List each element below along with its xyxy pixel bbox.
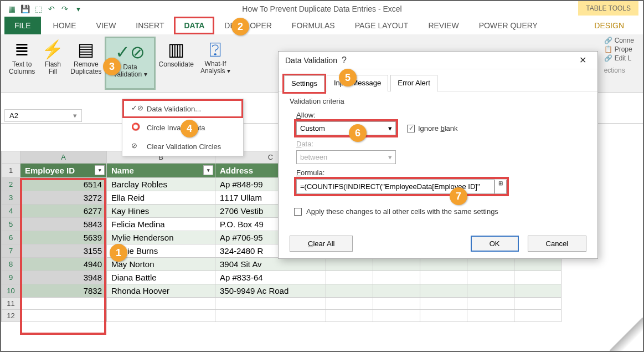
empty-cell[interactable] [20,298,107,310]
empty-cell[interactable] [467,298,514,310]
range-selector-button[interactable]: ⊞ [494,180,507,194]
empty-cell[interactable] [514,271,561,284]
cell-name[interactable]: Felicia Medina [107,218,215,231]
tab-design[interactable]: DESIGN [584,17,634,34]
row-header-7[interactable]: 7 [2,244,20,258]
cell-id[interactable]: 3948 [20,271,107,284]
undo-icon[interactable]: ↶ [47,4,56,14]
cell-id[interactable]: 6277 [20,205,107,218]
empty-cell[interactable] [420,258,467,271]
filter-button[interactable]: ▾ [95,165,105,175]
edit-links-link[interactable]: 🔗 Edit L [604,54,634,62]
properties-link[interactable]: 📋 Prope [604,45,634,53]
row-header-2[interactable]: 2 [2,178,20,191]
row-header-10[interactable]: 10 [2,284,20,298]
row-header-8[interactable]: 8 [2,258,20,271]
cell-name[interactable]: Mylie Henderson [107,231,215,244]
empty-cell[interactable] [467,310,514,322]
dialog-tab-error-alert[interactable]: Error Alert [390,75,437,91]
dialog-tab-settings[interactable]: Settings [284,75,324,92]
cell-name[interactable]: Barclay Robles [107,178,215,191]
empty-cell[interactable] [326,258,373,271]
empty-cell[interactable] [373,284,420,298]
empty-cell[interactable] [373,310,420,322]
consolidate-button[interactable]: ▥ Consolidate [156,37,197,90]
empty-cell[interactable] [326,271,373,284]
row-header-6[interactable]: 6 [2,231,20,244]
tab-view[interactable]: VIEW [86,17,126,34]
clear-validation-circles-menu-item[interactable]: ⊘ Clear Validation Circles [122,137,243,156]
allow-select[interactable]: Custom ▾ [296,121,396,135]
cell-id[interactable]: 5843 [20,218,107,231]
empty-cell[interactable] [467,258,514,271]
tab-formulas[interactable]: FORMULAS [282,17,345,34]
table-header-0[interactable]: Employee ID▾ [20,164,107,178]
row-header-5[interactable]: 5 [2,218,20,231]
data-validation-menu-item[interactable]: ✓⊘ Data Validation... [122,99,243,118]
name-box[interactable]: A2 ▾ [4,109,82,122]
empty-cell[interactable] [514,258,561,271]
empty-cell[interactable] [215,298,326,310]
empty-cell[interactable] [514,298,561,310]
cell-address[interactable]: 350-9949 Ac Road [215,284,326,298]
empty-cell[interactable] [373,271,420,284]
empty-cell[interactable] [326,310,373,322]
dialog-tab-input-message[interactable]: Input Message [327,75,388,91]
qat-customize-icon[interactable]: ▾ [73,4,83,14]
cell-id[interactable]: 4940 [20,258,107,271]
tab-power-query[interactable]: POWER QUERY [469,17,548,34]
save-icon[interactable]: 💾 [20,4,30,14]
filter-button[interactable]: ▾ [203,165,213,175]
cell-name[interactable]: Rhonda Hoover [107,284,215,298]
tab-page-layout[interactable]: PAGE LAYOUT [345,17,419,34]
empty-cell[interactable] [215,310,326,322]
empty-cell[interactable] [467,271,514,284]
empty-cell[interactable] [20,310,107,322]
empty-cell[interactable] [326,298,373,310]
file-tab[interactable]: FILE [4,17,41,34]
empty-cell[interactable] [107,298,215,310]
cell-id[interactable]: 3155 [20,244,107,258]
row-header-1[interactable]: 1 [2,164,20,178]
row-header-4[interactable]: 4 [2,205,20,218]
tab-review[interactable]: REVIEW [418,17,468,34]
empty-cell[interactable] [420,284,467,298]
cell-address[interactable]: Ap #833-64 [215,271,326,284]
what-if-analysis-button[interactable]: ⍰ What-If Analysis ▾ [197,37,234,90]
empty-cell[interactable] [373,298,420,310]
dialog-titlebar[interactable]: Data Validation ? ✕ [279,52,597,69]
cell-address[interactable]: 3904 Sit Av [215,258,326,271]
ok-button[interactable]: OK [471,236,519,252]
flash-fill-button[interactable]: ⚡ Flash Fill [38,37,67,90]
empty-cell[interactable] [420,310,467,322]
redo-icon[interactable]: ↷ [60,4,70,14]
empty-cell[interactable] [420,271,467,284]
empty-cell[interactable] [373,258,420,271]
empty-cell[interactable] [514,284,561,298]
tab-home[interactable]: HOME [43,17,86,34]
cell-id[interactable]: 7832 [20,284,107,298]
empty-cell[interactable] [326,284,373,298]
help-button[interactable]: ? [337,55,351,65]
cell-id[interactable]: 3272 [20,191,107,205]
cell-name[interactable]: Diana Battle [107,271,215,284]
close-button[interactable]: ✕ [575,55,591,65]
column-header-A[interactable]: A [20,151,107,164]
clear-all-button[interactable]: Clear All [290,236,353,252]
tab-data[interactable]: DATA [174,17,214,34]
remove-duplicates-button[interactable]: ▤ Remove Duplicates [67,37,105,90]
touch-mode-icon[interactable]: ⬚ [33,4,43,14]
empty-cell[interactable] [467,284,514,298]
row-header-3[interactable]: 3 [2,191,20,205]
cell-id[interactable]: 6514 [20,178,107,191]
cancel-button[interactable]: Cancel [528,236,586,252]
text-to-columns-button[interactable]: ≣ Text to Columns [6,37,38,90]
empty-cell[interactable] [107,310,215,322]
select-all-corner[interactable] [2,151,20,164]
row-header-9[interactable]: 9 [2,271,20,284]
connections-link[interactable]: 🔗 Conne [604,37,634,44]
table-header-1[interactable]: Name▾ [107,164,215,178]
empty-cell[interactable] [514,310,561,322]
row-header-12[interactable]: 12 [2,310,20,322]
tab-insert[interactable]: INSERT [126,17,174,34]
